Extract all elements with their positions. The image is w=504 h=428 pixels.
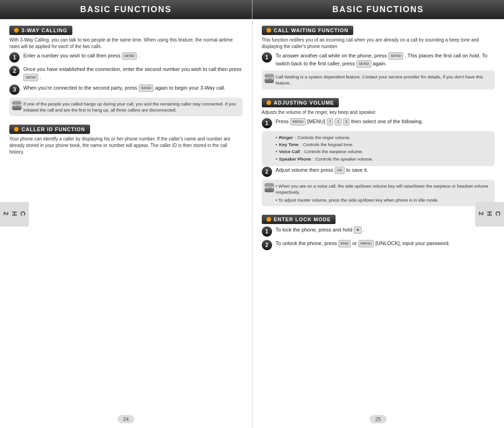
send-btn-2: SEND xyxy=(23,74,38,81)
step-2: 2 Once you have established the connecti… xyxy=(9,65,243,81)
vol-bullet-2: Key Tone : Controls the keypad tone. xyxy=(276,141,490,147)
ok-btn: OK xyxy=(335,167,345,174)
call-waiting-step-1: 1 To answer another call while on the ph… xyxy=(262,52,495,68)
title-dot xyxy=(14,28,19,33)
lock-mode-section: Enter Lock Mode 1 To lock the phone, pre… xyxy=(262,215,495,253)
volume-bullets-box: Ringer : Controls the ringer volume. Key… xyxy=(262,131,495,166)
adjust-volume-section: Adjusting Volume Adjusts the volume of t… xyxy=(262,98,495,206)
right-title: Basic Functions xyxy=(262,5,495,14)
av-step-text-1: Press MENU [MENU] 7 1 2 then select one … xyxy=(276,118,423,126)
step-num-2: 2 xyxy=(9,66,20,76)
step-text-1: Enter a number you wish to call then pre… xyxy=(23,52,140,60)
call-waiting-step-num-1: 1 xyxy=(262,52,272,63)
call-waiting-title: Call Waiting Function xyxy=(262,26,353,35)
left-page-num: 24 xyxy=(118,415,134,423)
left-title: Basic Functions xyxy=(9,5,243,14)
av-step-num-2: 2 xyxy=(262,167,272,177)
num1-btn: 1 xyxy=(335,118,341,126)
lock-mode-title: Enter Lock Mode xyxy=(262,215,336,224)
right-page: Basic Functions C H 2 Call Waiting Funct… xyxy=(252,0,504,428)
star-btn: ★ xyxy=(354,226,362,234)
title-dot-4 xyxy=(266,100,271,105)
av-step-num-1: 1 xyxy=(262,118,272,128)
lock-step-2: 2 To unlock the phone, press END or MENU… xyxy=(262,239,495,250)
vol-bullet-1: Ringer : Controls the ringer volume. xyxy=(276,134,490,140)
left-page-content: 3-Way Calling With 3-Way Calling, you ca… xyxy=(0,19,252,428)
three-way-calling-title: 3-Way Calling xyxy=(9,26,72,35)
send-btn-cw2: SEND xyxy=(357,60,371,68)
menu-btn: MENU xyxy=(290,118,306,126)
note-icon-1: NOTE xyxy=(12,101,21,110)
lock-step-text-2: To unlock the phone, press END or MENU [… xyxy=(276,239,450,247)
send-btn-1: SEND xyxy=(122,52,137,60)
vol-bullet-4: Speaker Phone : Controls the speaker vol… xyxy=(276,156,490,162)
call-waiting-step-text-1: To answer another call while on the phon… xyxy=(276,52,495,68)
step-text-3: When you're connected to the second part… xyxy=(23,84,225,92)
three-way-note: NOTE If one of the people you called han… xyxy=(9,98,243,117)
caller-id-title: Caller ID Function xyxy=(9,125,90,134)
vol-bullet-3: Voice Call : Controls the earpiece volum… xyxy=(276,148,490,154)
step-num-1: 1 xyxy=(9,52,20,63)
three-way-calling-section: 3-Way Calling With 3-Way Calling, you ca… xyxy=(9,26,243,116)
three-way-desc: With 3-Way Calling, you can talk to two … xyxy=(9,37,243,50)
menu-btn-2: MENU xyxy=(358,240,374,247)
send-btn-cw1: SEND xyxy=(388,52,403,60)
call-waiting-note: NOTE Call Waiting is a system dependent … xyxy=(262,70,495,90)
right-page-content: Call Waiting Function This function noti… xyxy=(252,19,504,428)
step-1: 1 Enter a number you wish to call then p… xyxy=(9,52,243,63)
step-3: 3 When you're connected to the second pa… xyxy=(9,84,243,95)
right-page-header: Basic Functions xyxy=(252,0,504,19)
adjust-volume-desc: Adjusts the volume of the ringer, key be… xyxy=(262,109,495,116)
left-ch-tab: C H 2 xyxy=(0,202,29,226)
adjust-volume-step-2: 2 Adjust volume then press OK to save it… xyxy=(262,166,495,177)
lock-step-text-1: To lock the phone, press and hold ★ . xyxy=(276,226,365,234)
note-icon-2: NOTE xyxy=(265,74,274,83)
num2-btn: 2 xyxy=(343,118,350,126)
left-page-header: Basic Functions xyxy=(0,0,252,19)
note-icon-3: NOTE xyxy=(265,183,274,192)
call-waiting-section: Call Waiting Function This function noti… xyxy=(262,26,495,90)
av-step-text-2: Adjust volume then press OK to save it. xyxy=(276,166,368,174)
title-dot-5 xyxy=(266,217,271,222)
lock-step-num-1: 1 xyxy=(262,226,272,237)
volume-note: NOTE • When you are on a voice call, the… xyxy=(262,180,495,206)
right-page-num: 25 xyxy=(370,415,386,423)
num7-btn: 7 xyxy=(327,118,333,126)
right-ch-tab: C H 2 xyxy=(475,202,504,226)
step-text-2: Once you have established the connection… xyxy=(23,65,243,81)
lock-step-1: 1 To lock the phone, press and hold ★ . xyxy=(262,226,495,237)
title-dot-3 xyxy=(266,28,271,33)
send-btn-3: SEND xyxy=(139,84,154,92)
step-num-3: 3 xyxy=(9,84,20,95)
adjust-volume-title: Adjusting Volume xyxy=(262,98,339,107)
end-btn: END xyxy=(338,240,351,247)
caller-id-desc: Your phone can identify a caller by disp… xyxy=(9,136,243,155)
lock-step-num-2: 2 xyxy=(262,240,272,250)
adjust-volume-step-1: 1 Press MENU [MENU] 7 1 2 then select on… xyxy=(262,118,495,128)
call-waiting-desc: This function notifies you of an incomin… xyxy=(262,37,495,50)
caller-id-section: Caller ID Function Your phone can identi… xyxy=(9,125,243,157)
left-page: Basic Functions C H 2 3-Way Calling With… xyxy=(0,0,252,428)
title-dot-2 xyxy=(14,127,19,132)
